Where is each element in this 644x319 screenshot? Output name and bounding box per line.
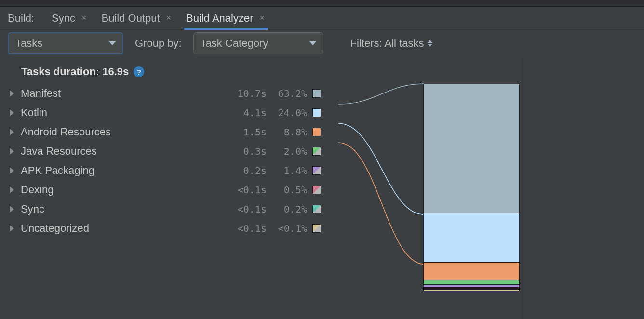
task-percent: 0.5% [268,184,307,196]
task-time: 4.1s [228,107,267,119]
chevron-down-icon [109,41,116,45]
connector-lines [338,84,424,291]
tab-build-output[interactable]: Build Output × [101,7,173,29]
color-swatch [312,205,321,213]
duration-summary: Tasks duration: 16.9s ? [0,66,522,78]
task-percent: 0.2% [268,203,307,215]
chart-segment[interactable] [424,84,519,213]
view-dropdown[interactable]: Tasks [8,32,123,54]
task-percent: 2.0% [268,146,307,157]
task-time: <0.1s [228,184,267,196]
task-label: Sync [21,203,228,215]
color-swatch [312,186,321,194]
chevron-right-icon [10,167,14,174]
chart-segment[interactable] [424,213,519,263]
task-time: <0.1s [228,203,267,215]
chevron-right-icon [10,109,14,116]
task-time: 0.2s [228,165,267,176]
tab-sync[interactable]: Sync × [52,7,88,29]
controls-bar: Tasks Group by: Task Category Filters: A… [0,30,644,57]
task-percent: 1.4% [268,165,307,176]
chevron-right-icon [10,129,14,135]
color-swatch [312,147,321,156]
chart-segment[interactable] [424,280,519,285]
stacked-bar-chart [423,84,520,291]
connector-line [338,84,424,104]
root: Build: Sync × Build Output × Build Analy… [0,0,644,319]
color-swatch [312,128,321,136]
help-icon[interactable]: ? [134,66,144,77]
connector-line [338,123,424,214]
color-swatch [312,108,321,117]
task-percent: 8.8% [268,126,307,138]
top-edge-bar [0,0,644,7]
duration-title: Tasks duration: 16.9s [21,66,129,78]
tab-label: Build Analyzer [186,12,253,25]
tab-label: Build Output [101,12,160,25]
task-percent: <0.1% [268,223,307,234]
task-label: Manifest [21,87,228,100]
color-swatch [312,224,321,233]
task-label: APK Packaging [21,164,228,177]
tool-window-tabs: Build: Sync × Build Output × Build Analy… [0,7,644,30]
task-label: Java Resources [21,145,228,158]
groupby-label: Group by: [135,37,182,50]
chevron-right-icon [10,206,14,213]
dropdown-value: Task Category [201,37,268,50]
chevron-right-icon [10,90,14,97]
close-icon[interactable]: × [80,13,88,23]
task-percent: 63.2% [268,88,307,99]
color-swatch [312,89,321,98]
task-time: 1.5s [228,126,267,138]
chevron-right-icon [10,186,14,193]
groupby-dropdown[interactable]: Task Category [193,32,323,54]
chart-segment[interactable] [424,263,519,280]
close-icon[interactable]: × [258,13,267,23]
task-time: <0.1s [228,223,267,234]
filters-label: Filters: All tasks [350,37,424,50]
body: Tasks duration: 16.9s ? Manifest10.7s63.… [0,57,644,319]
close-icon[interactable]: × [165,13,173,23]
task-label: Kotlin [21,106,228,119]
task-label: Dexing [21,184,228,196]
connector-line [338,143,424,264]
task-time: 0.3s [228,146,267,157]
tab-label: Sync [52,12,75,25]
dropdown-value: Tasks [15,37,42,50]
chevron-down-icon [309,41,316,45]
chevron-right-icon [10,225,14,232]
task-label: Uncategorized [21,222,228,235]
task-percent: 24.0% [268,107,307,119]
sort-icon [428,40,432,47]
chart-segment[interactable] [424,290,519,291]
tab-build-analyzer[interactable]: Build Analyzer × [186,7,266,29]
build-label: Build: [8,12,34,25]
task-label: Android Resources [21,126,228,138]
task-time: 10.7s [228,88,267,99]
chevron-right-icon [10,148,14,155]
color-swatch [312,166,321,175]
filters-control[interactable]: Filters: All tasks [350,37,433,50]
